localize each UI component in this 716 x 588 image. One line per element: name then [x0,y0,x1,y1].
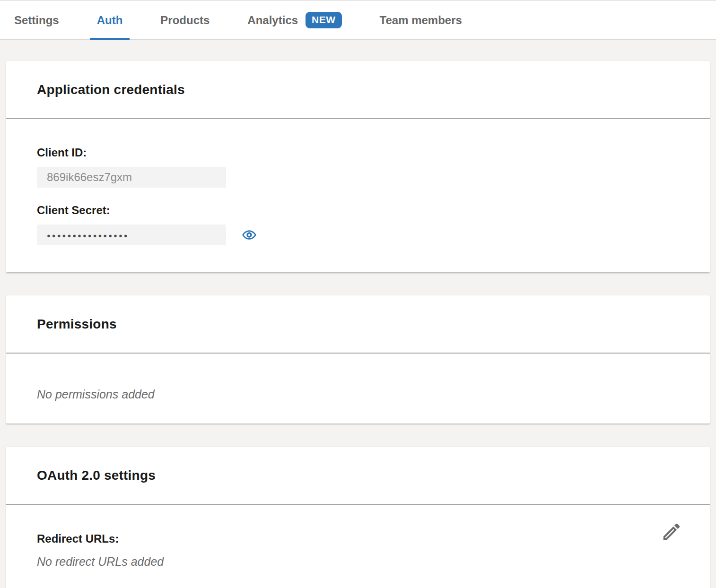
application-credentials-body: Client ID: 869ik66esz7gxm Client Secret:… [6,118,710,272]
application-credentials-title: Application credentials [37,82,679,97]
client-id-value: 869ik66esz7gxm [47,171,132,184]
tab-settings[interactable]: Settings [7,1,66,39]
oauth-settings-title: OAuth 2.0 settings [37,468,679,483]
application-credentials-card: Application credentials Client ID: 869ik… [6,61,710,272]
tab-analytics[interactable]: Analytics NEW [240,1,349,39]
client-secret-field[interactable]: ●●●●●●●●●●●●●●●● [37,225,226,245]
tab-team-members[interactable]: Team members [373,1,469,39]
oauth-settings-header: OAuth 2.0 settings [6,447,710,504]
pencil-icon [661,521,682,543]
tab-products-label: Products [160,14,210,27]
permissions-card: Permissions No permissions added [6,295,710,424]
permissions-body: No permissions added [6,353,710,424]
tab-products[interactable]: Products [153,1,217,39]
application-credentials-header: Application credentials [6,61,710,118]
redirect-urls-label: Redirect URLs: [37,532,679,545]
oauth-settings-body: Redirect URLs: No redirect URLs added [6,504,710,588]
tab-auth[interactable]: Auth [90,1,130,39]
auth-tab-content: Application credentials Client ID: 869ik… [0,40,716,588]
tab-bar: Settings Auth Products Analytics NEW Tea… [0,0,716,40]
client-secret-row: ●●●●●●●●●●●●●●●● [37,217,679,245]
tab-analytics-label: Analytics [247,14,298,27]
edit-redirect-urls-button[interactable] [661,521,682,543]
new-badge: NEW [306,12,342,28]
permissions-empty-text: No permissions added [37,388,679,401]
permissions-header: Permissions [6,295,710,353]
client-secret-masked-value: ●●●●●●●●●●●●●●●● [47,231,129,239]
oauth-settings-card: OAuth 2.0 settings Redirect URLs: No red… [6,447,710,588]
client-secret-label: Client Secret: [37,204,679,217]
redirect-urls-empty-text: No redirect URLs added [37,555,679,569]
tab-auth-label: Auth [97,14,123,27]
eye-icon [242,227,257,242]
permissions-title: Permissions [37,317,679,332]
client-id-label: Client ID: [37,146,679,159]
tab-team-members-label: Team members [380,14,462,27]
client-id-field[interactable]: 869ik66esz7gxm [37,167,226,188]
reveal-secret-button[interactable] [242,227,257,242]
tab-settings-label: Settings [14,14,59,27]
